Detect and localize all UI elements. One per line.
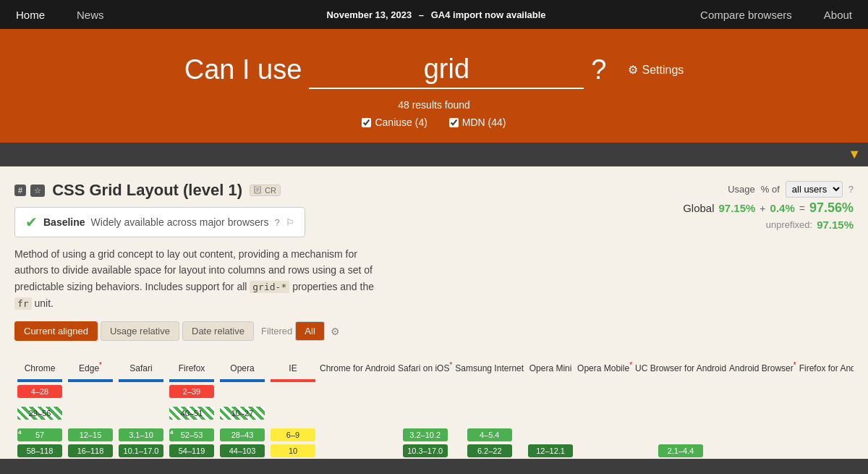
desc-text2: properties and the [292,281,374,292]
browser-table: Chrome Edge* Safari [14,358,854,459]
feature-description: Method of using a grid concept to lay ou… [14,246,376,311]
browser-table-body: 4–28 2–39 29–56 40–51 10–27 [14,384,854,459]
version-cell[interactable]: 2.1–4.4 [658,444,703,457]
users-select[interactable]: all users [786,181,843,198]
usage-header-row: Usage % of all users ? [622,181,854,198]
table-row: 457 12–15 3.1–10 452–53 28–43 6–9 3.2–10… [14,427,854,443]
feature-left: # ☆ CSS Grid Layout (level 1) CR ✔ [14,181,376,348]
version-cell[interactable]: 54–119 [169,444,214,457]
th-opera-mini: Opera Mini [525,358,576,378]
version-cell[interactable]: 4–5.4 [467,428,512,441]
cr-badge: CR [250,185,281,196]
version-cell [119,407,163,423]
filter-mdn-label: MDN (44) [462,117,506,128]
usage-label: Usage [728,184,755,195]
version-cell[interactable]: 452–53 [169,428,214,441]
hero-filters: Caniuse (4) MDN (44) [14,117,854,128]
search-input[interactable] [309,51,584,89]
tab-all[interactable]: All [295,321,324,341]
star-icon[interactable]: ☆ [30,185,45,197]
version-cell[interactable]: 12–15 [68,428,113,441]
opera-mini-label: Opera Mini [529,363,572,373]
pct-of-label: % of [761,184,780,195]
code-fr: fr [14,297,32,310]
version-cell[interactable]: 28–43 [220,428,265,441]
th-opera-mobile: Opera Mobile* [576,358,634,378]
th-edge: Edge* [65,358,116,378]
tab-usage-relative[interactable]: Usage relative [101,321,179,341]
safari-ios-label: Safari on iOS* [398,361,452,373]
hero-section: Can I use ? ⚙ Settings 48 results found … [0,29,868,143]
announcement-date: November 13, 2023 [326,9,412,20]
uc-browser-label: UC Browser for Android [635,363,726,373]
global-equals: = [799,203,805,214]
ie-label: IE [289,363,297,373]
baseline-label: Baseline [43,216,85,228]
version-cell [271,407,315,423]
settings-button[interactable]: ⚙ Settings [628,63,684,77]
version-cell[interactable]: 44–103 [220,444,265,457]
filter-caniuse-label: Caniuse (4) [375,117,427,128]
th-chrome: Chrome [14,358,65,378]
tab-gear-icon[interactable]: ⚙ [331,326,340,337]
version-cell[interactable]: 3.2–10.2 [403,428,448,441]
tab-bar: Current aligned Usage relative Date rela… [14,321,376,341]
version-cell[interactable]: 457 [17,428,62,441]
version-cell[interactable]: 29–56 [17,407,62,420]
version-cell[interactable]: 40–51 [169,407,214,420]
filter-mdn-checkbox[interactable] [449,118,459,127]
version-cell[interactable]: 6.2–22 [467,444,512,457]
code-grid: grid-* [250,281,289,293]
table-row: 29–56 40–51 10–27 [14,405,854,427]
filter-caniuse-checkbox[interactable] [362,118,371,127]
version-cell[interactable]: 10–27 [220,407,265,420]
baseline-box: ✔ Baseline Widely available across major… [14,207,305,237]
results-count: 48 results found [14,99,854,111]
nav-news[interactable]: News [61,0,120,29]
version-cell [271,385,315,401]
th-android-browser: Android Browser* [728,358,798,378]
usage-question-icon[interactable]: ? [848,184,854,195]
opera-label: Opera [230,363,254,373]
version-cell[interactable]: 58–118 [17,444,62,457]
version-cell[interactable]: 4–28 [17,385,62,398]
version-cell[interactable]: 10.1–17.0 [119,444,163,457]
th-opera: Opera [217,358,268,378]
version-cell[interactable]: 6–9 [271,428,315,441]
th-firefox: Firefox [166,358,217,378]
safari-label: Safari [129,363,152,373]
filter-caniuse[interactable]: Caniuse (4) [362,117,427,128]
nav-compare[interactable]: Compare browsers [684,0,808,29]
edge-label: Edge* [79,361,102,373]
version-cell[interactable]: 16–118 [68,444,113,457]
tab-date-relative[interactable]: Date relative [182,321,254,341]
usage-panel: Usage % of all users ? Global 97.15% + 0… [622,181,854,231]
chrome-label: Chrome [25,363,56,373]
nav-about[interactable]: About [808,0,868,29]
nav-left: Home News [0,0,120,29]
anchor-icon[interactable]: # [14,185,26,196]
version-cell[interactable]: 10 [271,444,315,457]
th-safari: Safari [116,358,166,378]
chrome-android-label: Chrome for Android [320,363,395,373]
cr-label: CR [265,186,276,195]
baseline-info-icon[interactable]: ? [274,217,279,228]
filter-mdn[interactable]: MDN (44) [449,117,506,128]
nav-home[interactable]: Home [0,0,61,29]
version-cell[interactable]: 2–39 [169,385,214,398]
baseline-flag-icon[interactable]: ⚐ [286,217,294,228]
hero-prefix: Can I use [184,54,302,85]
th-safari-ios: Safari on iOS* [396,358,454,378]
version-cell[interactable]: 12–12.1 [528,444,573,457]
samsung-label: Samsung Internet [455,363,524,373]
global-pct: 97.15% [718,202,755,214]
version-cell[interactable]: 10.3–17.0 [403,444,448,457]
version-cell[interactable]: 3.1–10 [119,428,163,441]
unprefixed-label: unprefixed: [766,219,812,230]
filter-icon[interactable]: ▼ [848,147,861,162]
version-cell [220,385,265,401]
tab-current-aligned[interactable]: Current aligned [14,321,98,341]
global-plus: + [760,203,765,214]
main-content: # ☆ CSS Grid Layout (level 1) CR ✔ [0,166,868,459]
table-row: 58–118 16–118 10.1–17.0 54–119 44–103 10… [14,443,854,459]
